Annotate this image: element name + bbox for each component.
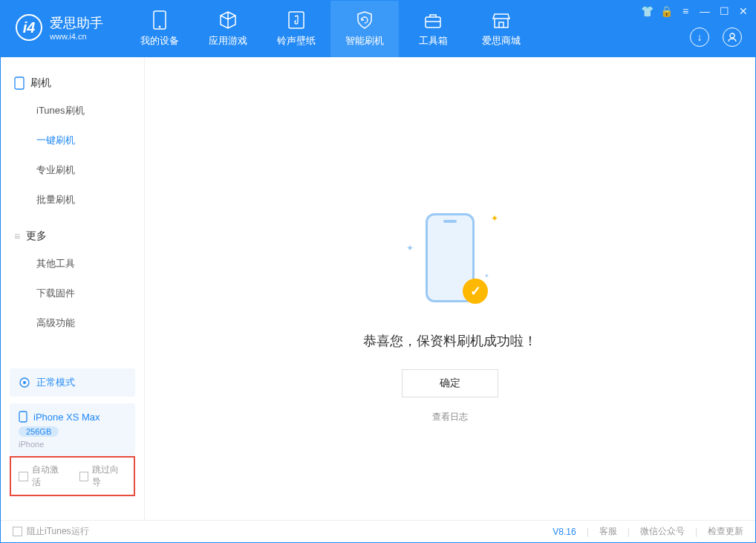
menu-icon[interactable]: ≡ bbox=[680, 5, 691, 17]
download-button[interactable]: ↓ bbox=[690, 27, 709, 47]
music-note-icon bbox=[287, 10, 306, 30]
device-box[interactable]: iPhone XS Max 256GB iPhone bbox=[10, 403, 135, 456]
sidebar-item-oneclick-flash[interactable]: 一键刷机 bbox=[1, 126, 144, 155]
group-title: 刷机 bbox=[30, 77, 51, 90]
device-name-row: iPhone XS Max bbox=[19, 411, 126, 423]
tab-apps-games[interactable]: 应用游戏 bbox=[194, 1, 262, 57]
phone-small-icon bbox=[14, 77, 25, 90]
footer-right: V8.16 | 客服 | 微信公众号 | 检查更新 bbox=[553, 525, 743, 538]
tab-toolbox[interactable]: 工具箱 bbox=[399, 1, 467, 57]
sync-icon bbox=[19, 377, 30, 388]
nav-tabs: 我的设备 应用游戏 铃声壁纸 智能刷机 工具箱 爱思商城 bbox=[126, 1, 535, 57]
group-title: 更多 bbox=[26, 230, 47, 243]
shirt-icon[interactable]: 👕 bbox=[641, 5, 653, 17]
device-name: iPhone XS Max bbox=[33, 412, 100, 423]
sparkle-icon: ✦ bbox=[491, 213, 498, 224]
sparkle-icon: ✦ bbox=[484, 273, 489, 279]
store-icon bbox=[492, 10, 511, 30]
tab-smart-flash[interactable]: 智能刷机 bbox=[330, 1, 399, 57]
tab-label: 智能刷机 bbox=[345, 34, 384, 48]
sidebar-item-other-tools[interactable]: 其他工具 bbox=[1, 249, 144, 279]
device-type: iPhone bbox=[19, 440, 126, 449]
svg-rect-5 bbox=[15, 77, 24, 89]
close-icon[interactable]: ✕ bbox=[737, 5, 749, 17]
logo-text: 爱思助手 www.i4.cn bbox=[50, 14, 103, 41]
checkbox-icon bbox=[79, 472, 89, 481]
phone-icon bbox=[150, 10, 169, 30]
logo-area: i4 爱思助手 www.i4.cn bbox=[1, 1, 118, 54]
view-log-link[interactable]: 查看日志 bbox=[432, 411, 468, 423]
list-icon: ≡ bbox=[14, 230, 20, 242]
tab-store[interactable]: 爱思商城 bbox=[467, 1, 535, 57]
svg-point-1 bbox=[159, 26, 161, 28]
checkbox-skip-guide[interactable]: 跳过向导 bbox=[79, 464, 127, 489]
sidebar-item-advanced[interactable]: 高级功能 bbox=[1, 308, 144, 338]
svg-point-4 bbox=[730, 33, 734, 38]
divider: | bbox=[587, 527, 589, 537]
minimize-icon[interactable]: — bbox=[699, 5, 711, 17]
mode-label: 正常模式 bbox=[36, 376, 75, 389]
tab-label: 工具箱 bbox=[419, 34, 448, 48]
device-capacity: 256GB bbox=[19, 426, 59, 437]
cube-icon bbox=[218, 10, 238, 30]
lock-icon[interactable]: 🔒 bbox=[660, 5, 672, 17]
footer: 阻止iTunes运行 V8.16 | 客服 | 微信公众号 | 检查更新 bbox=[1, 520, 755, 542]
sidebar: 刷机 iTunes刷机 一键刷机 专业刷机 批量刷机 ≡ 更多 其他工具 下载固… bbox=[1, 57, 145, 520]
sidebar-item-itunes-flash[interactable]: iTunes刷机 bbox=[1, 96, 144, 126]
refresh-shield-icon bbox=[355, 10, 374, 30]
tab-my-device[interactable]: 我的设备 bbox=[126, 1, 194, 57]
header-right-icons: ↓ bbox=[690, 27, 742, 47]
success-graphic: ✦ ✦ ✦ ✓ bbox=[417, 206, 483, 310]
header: i4 爱思助手 www.i4.cn 我的设备 应用游戏 铃声壁纸 智能刷机 工具… bbox=[1, 1, 755, 57]
update-link[interactable]: 检查更新 bbox=[708, 525, 743, 538]
body: 刷机 iTunes刷机 一键刷机 专业刷机 批量刷机 ≡ 更多 其他工具 下载固… bbox=[1, 57, 755, 520]
tab-label: 应用游戏 bbox=[209, 34, 247, 48]
support-link[interactable]: 客服 bbox=[599, 525, 617, 538]
tab-label: 铃声壁纸 bbox=[277, 34, 316, 48]
logo-icon: i4 bbox=[16, 14, 42, 41]
wechat-link[interactable]: 微信公众号 bbox=[640, 525, 685, 538]
sidebar-item-download-firmware[interactable]: 下载固件 bbox=[1, 279, 144, 308]
sidebar-group-more: ≡ 更多 bbox=[1, 224, 144, 249]
divider: | bbox=[695, 527, 697, 537]
app-title: 爱思助手 bbox=[50, 14, 103, 32]
mode-box[interactable]: 正常模式 bbox=[10, 368, 135, 397]
svg-rect-3 bbox=[426, 17, 440, 27]
checkbox-row: 自动激活 跳过向导 bbox=[10, 456, 135, 496]
checkbox-block-itunes[interactable]: 阻止iTunes运行 bbox=[13, 525, 89, 538]
check-badge-icon: ✓ bbox=[463, 279, 488, 304]
device-icon bbox=[19, 411, 27, 423]
ok-button[interactable]: 确定 bbox=[402, 369, 498, 397]
tab-ringtone-wallpaper[interactable]: 铃声壁纸 bbox=[262, 1, 330, 57]
maximize-icon[interactable]: ☐ bbox=[718, 5, 730, 17]
sparkle-icon: ✦ bbox=[406, 243, 414, 253]
checkbox-auto-activate[interactable]: 自动激活 bbox=[19, 464, 66, 489]
toolbox-icon bbox=[423, 10, 443, 30]
divider: | bbox=[628, 527, 630, 537]
svg-rect-8 bbox=[19, 412, 27, 422]
checkbox-icon bbox=[19, 472, 28, 481]
app-subtitle: www.i4.cn bbox=[50, 32, 103, 41]
version-label: V8.16 bbox=[553, 527, 576, 537]
main-content: ✦ ✦ ✦ ✓ 恭喜您，保资料刷机成功啦！ 确定 查看日志 bbox=[145, 57, 755, 520]
tab-label: 我的设备 bbox=[140, 34, 179, 48]
success-message: 恭喜您，保资料刷机成功啦！ bbox=[363, 332, 537, 350]
window-controls: 👕 🔒 ≡ — ☐ ✕ bbox=[641, 5, 749, 17]
checkbox-icon bbox=[13, 527, 22, 536]
svg-point-7 bbox=[23, 381, 26, 384]
sidebar-group-flash: 刷机 bbox=[1, 71, 144, 96]
svg-rect-2 bbox=[289, 12, 304, 28]
sidebar-item-batch-flash[interactable]: 批量刷机 bbox=[1, 185, 144, 215]
tab-label: 爱思商城 bbox=[482, 34, 521, 48]
user-button[interactable] bbox=[723, 27, 742, 47]
sidebar-item-pro-flash[interactable]: 专业刷机 bbox=[1, 155, 144, 185]
footer-left: 阻止iTunes运行 bbox=[13, 525, 89, 538]
